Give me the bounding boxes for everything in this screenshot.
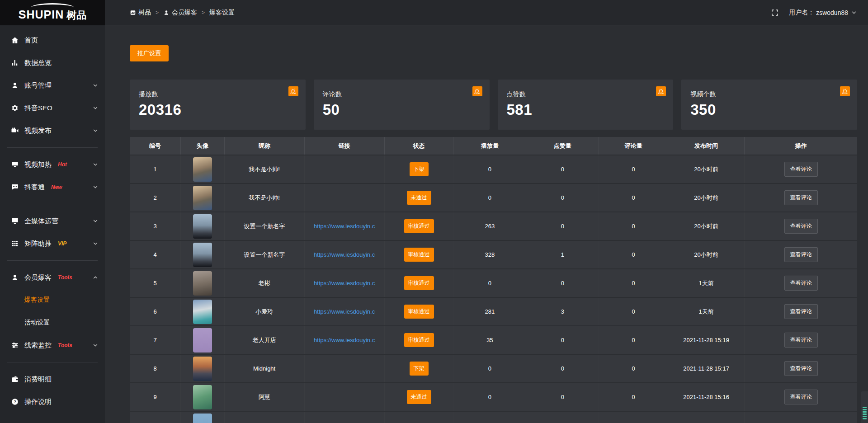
sidebar-subitem-爆客设置[interactable]: 爆客设置 (0, 289, 105, 311)
view-comments-button[interactable]: 查看评论 (784, 162, 818, 177)
table-header-cell: 昵称 (224, 137, 304, 155)
status-button[interactable]: 审核通过 (404, 333, 434, 347)
sidebar-item-矩阵助推[interactable]: 矩阵助推VIP (0, 232, 105, 255)
sidebar-item-视频发布[interactable]: 视频发布 (0, 119, 105, 142)
status-button[interactable]: 下架 (410, 362, 429, 376)
view-comments-button[interactable]: 查看评论 (784, 276, 818, 291)
topbar: 树品>会员爆客>爆客设置 用户名： zswodun88 (105, 0, 868, 25)
status-button[interactable]: 审核通过 (404, 305, 434, 319)
table-row: 7老人开店https://www.iesdouyin.c审核通过35002021… (130, 326, 857, 354)
chevron-down-icon (92, 184, 99, 190)
cell-plays: 328 (453, 240, 526, 269)
cell-no: 1 (130, 155, 181, 183)
breadcrumb-item[interactable]: 会员爆客 (163, 9, 197, 17)
status-button[interactable]: 未通过 (407, 390, 431, 404)
cell-avatar (181, 383, 225, 411)
sidebar-item-会员爆客[interactable]: 会员爆客Tools (0, 266, 105, 289)
sidebar-item-视频加热[interactable]: 视频加热Hot (0, 153, 105, 176)
cell-likes: 0 (526, 383, 599, 411)
status-button[interactable]: 审核通过 (404, 248, 434, 262)
fullscreen-icon[interactable] (771, 9, 779, 17)
breadcrumb-separator: > (156, 9, 159, 16)
main-area: 树品>会员爆客>爆客设置 用户名： zswodun88 推广设置 播放数2031… (105, 0, 868, 423)
cell-nickname: 阿慧 (224, 383, 304, 411)
cell-comments (599, 411, 668, 423)
status-button[interactable]: 审核通过 (404, 219, 434, 233)
cell-status: 审核通过 (384, 269, 453, 297)
chevron-down-icon (851, 9, 857, 16)
cell-nickname: 老人开店 (224, 326, 304, 354)
sidebar-item-首页[interactable]: 首页 (0, 29, 105, 52)
stat-total-badge: 总 (288, 86, 298, 96)
cell-action: 查看评论 (745, 354, 857, 383)
cell-avatar (181, 326, 225, 354)
sidebar-item-label: 视频加热 (24, 160, 52, 169)
cell-status: 审核通过 (384, 240, 453, 269)
cell-status: 未通过 (384, 383, 453, 411)
view-comments-button[interactable]: 查看评论 (784, 190, 818, 205)
cell-link: https://www.iesdouyin.c (304, 269, 384, 297)
sliders-icon (11, 341, 19, 349)
menu-divider (7, 204, 98, 204)
cell-comments: 0 (599, 183, 668, 212)
cell-plays: 263 (453, 212, 526, 240)
cell-action: 查看评论 (745, 240, 857, 269)
stat-label: 视频个数 (690, 90, 848, 99)
sidebar-item-数据总览[interactable]: 数据总览 (0, 52, 105, 74)
table-header-cell: 发布时间 (668, 137, 745, 155)
stat-value: 350 (690, 101, 848, 118)
matrix-icon (11, 240, 19, 248)
video-link[interactable]: https://www.iesdouyin.c (314, 223, 375, 230)
sidebar-item-线索监控[interactable]: 线索监控Tools (0, 334, 105, 357)
sidebar-item-操作说明[interactable]: ?操作说明 (0, 390, 105, 413)
sidebar-item-全媒体运营[interactable]: 全媒体运营 (0, 210, 105, 232)
video-link[interactable]: https://www.iesdouyin.c (314, 251, 375, 258)
video-link[interactable]: https://www.iesdouyin.c (314, 280, 375, 287)
stat-label: 播放数 (139, 90, 297, 99)
app-root: SHUPIN 树品 首页数据总览账号管理抖音SEO视频发布视频加热Hot抖客通N… (0, 0, 868, 423)
breadcrumb-label: 树品 (138, 9, 151, 17)
cell-avatar (181, 354, 225, 383)
chevron-down-icon (92, 240, 99, 247)
status-button[interactable]: 下架 (410, 162, 429, 176)
cell-no: 8 (130, 354, 181, 383)
cell-publish-time: 1天前 (668, 269, 745, 297)
status-button[interactable]: 审核通过 (404, 276, 434, 290)
sidebar-item-抖音SEO[interactable]: 抖音SEO (0, 97, 105, 119)
view-comments-button[interactable]: 查看评论 (784, 247, 818, 262)
content: 推广设置 播放数20316总评论数50总点赞数581总视频个数350总 编号头像… (105, 25, 868, 423)
video-icon (11, 127, 19, 135)
breadcrumb-item[interactable]: 爆客设置 (209, 9, 235, 17)
cell-nickname: 小爱玲 (224, 297, 304, 326)
view-comments-button[interactable]: 查看评论 (784, 304, 818, 319)
table-row: 9阿慧未通过0002021-11-28 15:16查看评论 (130, 383, 857, 411)
comment-icon (11, 183, 19, 191)
chevron-up-icon (92, 274, 99, 281)
view-comments-button[interactable]: 查看评论 (784, 333, 818, 348)
cell-status: 审核通过 (384, 297, 453, 326)
sidebar-item-label: 矩阵助推 (24, 240, 52, 248)
breadcrumb-item[interactable]: 树品 (130, 9, 151, 17)
sidebar-item-消费明细[interactable]: 消费明细 (0, 368, 105, 390)
user-menu[interactable]: 用户名： zswodun88 (789, 9, 857, 17)
sidebar-item-账号管理[interactable]: 账号管理 (0, 74, 105, 97)
sidebar-item-抖客通[interactable]: 抖客通New (0, 176, 105, 198)
logo-arc (31, 3, 74, 8)
view-comments-button[interactable]: 查看评论 (784, 361, 818, 376)
sidebar-subitem-活动设置[interactable]: 活动设置 (0, 311, 105, 334)
sidebar-item-label: 首页 (24, 36, 38, 45)
cell-publish-time: 20小时前 (668, 155, 745, 183)
stat-card: 视频个数350总 (681, 80, 857, 130)
view-comments-button[interactable]: 查看评论 (784, 390, 818, 404)
cell-no: 9 (130, 383, 181, 411)
status-button[interactable]: 未通过 (407, 191, 431, 205)
sidebar: SHUPIN 树品 首页数据总览账号管理抖音SEO视频发布视频加热Hot抖客通N… (0, 0, 105, 423)
view-comments-button[interactable]: 查看评论 (784, 219, 818, 234)
sidebar-item-badge: Tools (58, 342, 72, 348)
video-link[interactable]: https://www.iesdouyin.c (314, 308, 375, 315)
video-link[interactable]: https://www.iesdouyin.c (314, 337, 375, 343)
breadcrumb-separator: > (202, 9, 205, 16)
promo-settings-button[interactable]: 推广设置 (130, 45, 169, 61)
table-row: 4设置一个新名字https://www.iesdouyin.c审核通过32810… (130, 240, 857, 269)
service-widget[interactable] (861, 391, 868, 423)
